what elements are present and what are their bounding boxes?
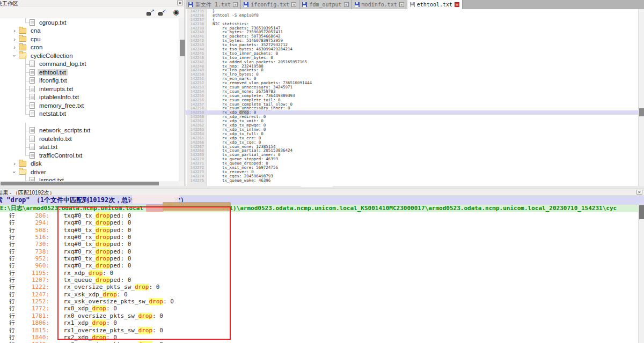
file-icon [30, 86, 35, 92]
file-icon [30, 152, 35, 159]
results-vertical-scrollbar[interactable] [638, 205, 644, 343]
result-line-prefix: 行 [9, 298, 15, 305]
result-line-number: 1840: [15, 334, 49, 341]
tree-item-label: driver [29, 169, 48, 175]
save-floppy-icon [302, 2, 307, 7]
result-line-number: 1815: [15, 327, 49, 334]
file-icon [30, 94, 35, 100]
tab-close-icon: ✕ [291, 2, 296, 7]
tree-item-netstat-txt[interactable]: netstat.txt [0, 110, 179, 118]
result-line-prefix: 行 [9, 270, 15, 277]
result-line-prefix: 行 [9, 227, 15, 234]
file-icon [30, 110, 35, 117]
result-line-number: 738: [15, 248, 49, 255]
result-line-prefix: 行 [9, 305, 15, 312]
file-icon [30, 127, 35, 133]
workspace-toolbar: ↗ ↙ ◉ [0, 6, 185, 18]
result-line-prefix: 行 [9, 212, 15, 219]
code-line: 142237{ [186, 18, 639, 22]
tree-item-lsmod-txt[interactable]: lsmod.txt [0, 176, 179, 182]
tree-item-cron[interactable]: ›cron [0, 43, 179, 52]
result-line-prefix: 行 [9, 341, 15, 343]
code-area[interactable]: 142235}142236ethtool -S enp1s0f0142237{1… [186, 9, 639, 186]
tab--1-txt[interactable]: 新文件 1.txt✕ [186, 0, 241, 9]
locate-file-icon[interactable]: ◉ [172, 8, 180, 16]
file-path-right: r(1)\armod0523.odata.ncmp.unicom.local_K… [222, 205, 617, 212]
folder-icon [19, 36, 26, 42]
tab-close-icon: ✕ [233, 2, 238, 7]
code-line: 142275 tx_queue_wake: 46396 [186, 178, 639, 183]
tree-vertical-scrollbar[interactable] [179, 18, 185, 181]
tree-item-label: network_scripts.txt [38, 127, 92, 133]
result-line-number: 1195: [15, 270, 49, 277]
result-line-number: 960: [15, 262, 49, 269]
tree-item-trafficControl-txt[interactable]: trafficControl.txt [0, 151, 179, 160]
workspace-close-icon[interactable]: ✕ [177, 1, 183, 5]
tree-item-label: cna [29, 27, 42, 34]
folder-icon [19, 28, 26, 34]
result-row-line-1849[interactable]: 行1849: rx2_oversize_pkts_sw_drop: 0 [0, 341, 638, 343]
result-line-prefix: 行 [9, 312, 15, 319]
collapse-all-icon[interactable]: ↙ [158, 8, 166, 16]
results-vscroll-thumb[interactable] [639, 205, 644, 219]
tree-hscroll-thumb[interactable] [1, 182, 159, 185]
save-floppy-icon [410, 2, 415, 7]
censor-blur-editor [300, 175, 333, 187]
results-summary-line: 索 "drop" （1个文件中匹配到10192次，总计次） [0, 196, 644, 205]
summary-text: 索 "drop" （1个文件中匹配到10192次，总计 [0, 196, 134, 204]
editor-vertical-scrollbar[interactable] [638, 9, 644, 186]
expand-all-icon[interactable]: ↗ [146, 8, 155, 16]
code-line: 142236ethtool -S enp1s0f0 [186, 13, 639, 18]
tree-item-cpu[interactable]: ›cpu [0, 35, 179, 43]
tab-fdm_output[interactable]: fdm_output✕ [299, 0, 352, 9]
result-line-prefix: 行 [9, 327, 15, 334]
result-line-number: 1207: [15, 277, 49, 284]
tree-item-label: routeInfo.txt [38, 136, 74, 142]
results-titlebar: 结果 - （匹配10192次） ✕ [0, 189, 644, 196]
result-line-prefix: 行 [9, 284, 15, 290]
tab-ethtool-txt[interactable]: ethtool.txt✕ [407, 0, 463, 9]
result-line-number: 508: [15, 227, 49, 234]
tab-ifconfig-txt[interactable]: ifconfig.txt✕ [241, 0, 299, 9]
censor-blur-tree [28, 117, 173, 125]
result-text-pre: rx2_oversize_pkts_sw_ [49, 341, 138, 343]
result-line-number: 1252: [15, 298, 49, 305]
editor-panel: 新文件 1.txt✕ifconfig.txt✕fdm_output✕modinf… [186, 0, 644, 186]
result-line-number: 730: [15, 241, 49, 248]
file-icon [30, 19, 35, 26]
tree-item-label: ifconfig.txt [38, 77, 69, 84]
folder-icon [19, 44, 26, 50]
folder-icon [19, 161, 26, 167]
editor-vscroll-thumb[interactable] [639, 108, 644, 116]
chevron-collapsed-icon: › [12, 27, 17, 34]
file-icon [30, 144, 35, 150]
result-line-number: 1247: [15, 291, 49, 298]
file-icon [30, 136, 35, 142]
workspace-title: 关工作区 [0, 0, 18, 6]
tree-item-label: netstat.txt [38, 110, 68, 117]
save-floppy-icon [188, 2, 193, 7]
result-line-prefix: 行 [9, 248, 15, 255]
workspace-panel: 关工作区 ✕ ↗ ↙ ◉ cgroup.txt›cna›cpu›cron›cyc… [0, 0, 185, 186]
tree-item-cna[interactable]: ›cna [0, 27, 179, 35]
file-icon [30, 61, 35, 67]
file-icon [30, 102, 35, 109]
tab-modinfo-txt[interactable]: modinfo.txt✕ [352, 0, 407, 9]
tab-label: 新文件 1.txt [195, 1, 231, 9]
tree-vscroll-thumb[interactable] [180, 40, 185, 56]
tree-item-cgroup-txt[interactable]: cgroup.txt [0, 18, 179, 27]
tab-label: ifconfig.txt [251, 2, 289, 8]
red-annotation-rectangle [57, 206, 231, 340]
tree-item-label: memory_free.txt [38, 102, 85, 109]
result-line-number: 294: [15, 219, 49, 226]
result-line-prefix: 行 [9, 319, 15, 326]
code-text: tx_queue_wake: 46396 [206, 178, 270, 183]
tree-item-disk[interactable]: ›disk [0, 160, 179, 168]
tree-item-label: cpu [29, 36, 42, 42]
tree-item-label: cron [29, 44, 44, 50]
tab-label: ethtool.txt [417, 2, 452, 8]
tree-horizontal-scrollbar[interactable] [0, 181, 179, 186]
results-close-icon[interactable]: ✕ [636, 190, 642, 195]
result-line-number: 1806: [15, 319, 49, 326]
tree-item-label: interrupts.txt [38, 86, 75, 92]
